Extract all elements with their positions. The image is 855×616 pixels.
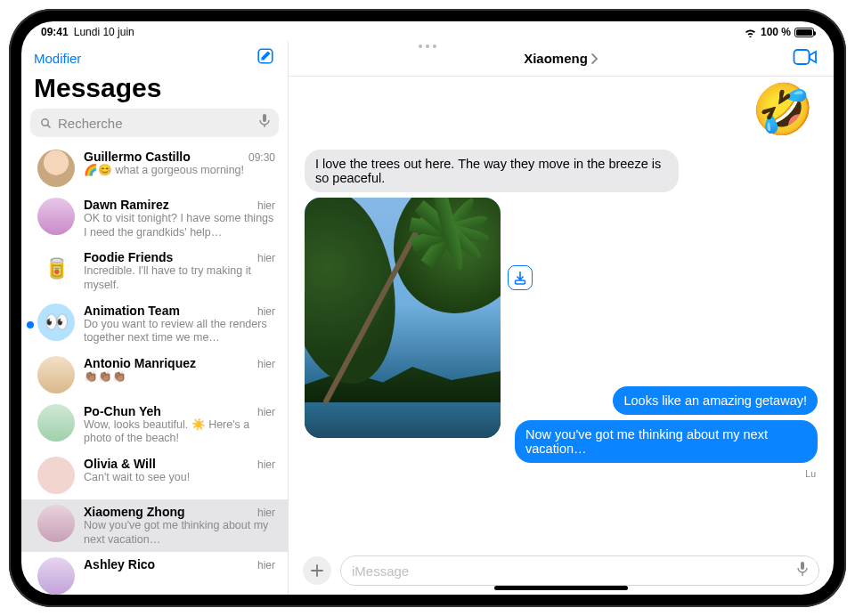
- conversation-time: hier: [257, 406, 275, 418]
- conversation-preview: Wow, looks beautiful. ☀️ Here's a photo …: [84, 418, 275, 446]
- unread-indicator: [27, 321, 34, 328]
- conversation-item[interactable]: Antonio Manriquez hier 👏🏽👏🏽👏🏽: [21, 351, 288, 399]
- sent-message[interactable]: Looks like an amazing getaway!: [613, 386, 818, 415]
- conversation-title-button[interactable]: Xiaomeng: [524, 51, 598, 66]
- conversation-title: Xiaomeng: [524, 51, 588, 66]
- dictation-icon[interactable]: [259, 114, 270, 132]
- sent-message[interactable]: Now you've got me thinking about my next…: [515, 420, 818, 463]
- conversation-name: Guillermo Castillo: [84, 150, 191, 164]
- conversation-item[interactable]: Guillermo Castillo 09:30 🌈😊 what a gorge…: [21, 144, 288, 192]
- avatar: [37, 505, 75, 542]
- conversation-time: hier: [257, 252, 275, 264]
- conversation-item[interactable]: Ashley Rico hier: [21, 552, 288, 595]
- svg-rect-6: [516, 280, 525, 284]
- avatar: [37, 557, 75, 595]
- edit-button[interactable]: Modifier: [34, 51, 81, 66]
- battery-icon: [794, 28, 814, 37]
- status-date: Lundi 10 juin: [74, 26, 134, 38]
- conversation-item[interactable]: 🥫 Foodie Friends hier Incredible. I'll h…: [21, 245, 288, 297]
- conversation-name: Ashley Rico: [84, 557, 155, 571]
- dictation-icon[interactable]: [797, 561, 808, 580]
- download-icon: [514, 271, 526, 285]
- svg-rect-3: [263, 114, 266, 122]
- plus-icon: [310, 563, 324, 578]
- conversation-time: 09:30: [248, 151, 275, 164]
- conversation-name: Po-Chun Yeh: [84, 404, 161, 418]
- input-placeholder: iMessage: [352, 563, 409, 579]
- conversation-name: Antonio Manriquez: [84, 356, 196, 370]
- conversation-item-selected[interactable]: Xiaomeng Zhong hier Now you've got me th…: [21, 499, 288, 552]
- conversation-time: hier: [257, 507, 275, 519]
- tapback-emoji[interactable]: 🤣: [752, 80, 814, 139]
- messages-area[interactable]: 🤣 I love the trees out here. The way the…: [289, 77, 834, 550]
- status-time: 09:41: [41, 26, 69, 38]
- read-receipt: Lu: [805, 468, 818, 479]
- svg-point-1: [42, 118, 49, 126]
- conversation-time: hier: [257, 458, 275, 471]
- avatar: [37, 198, 75, 235]
- conversation-item[interactable]: Po-Chun Yeh hier Wow, looks beautiful. ☀…: [21, 399, 288, 451]
- conversation-name: Animation Team: [84, 304, 180, 318]
- conversation-name: Dawn Ramirez: [84, 198, 169, 212]
- conversation-name: Olivia & Will: [84, 457, 156, 471]
- conversation-sidebar: Modifier Messages Recherche: [21, 41, 289, 595]
- conversation-item[interactable]: Dawn Ramirez hier OK to visit tonight? I…: [21, 192, 288, 245]
- conversation-preview: 👏🏽👏🏽👏🏽: [84, 370, 275, 385]
- apps-button[interactable]: [303, 556, 331, 585]
- avatar: 🥫: [37, 250, 75, 288]
- avatar: [37, 404, 75, 442]
- svg-line-2: [47, 125, 50, 127]
- conversation-time: hier: [257, 358, 275, 370]
- image-attachment[interactable]: [305, 198, 501, 438]
- wifi-icon: [744, 28, 757, 37]
- avatar: [37, 150, 75, 187]
- sidebar-title: Messages: [21, 73, 288, 109]
- conversation-time: hier: [257, 305, 275, 318]
- chevron-right-icon: [590, 53, 598, 64]
- conversation-pane: Xiaomeng 🤣 I love the trees out here. Th…: [289, 41, 834, 595]
- avatar: [37, 457, 75, 494]
- svg-rect-7: [801, 562, 804, 570]
- conversation-preview: 🌈😊 what a gorgeous morning!: [84, 164, 275, 178]
- conversation-preview: OK to visit tonight? I have some things …: [84, 212, 275, 239]
- conversation-time: hier: [257, 199, 275, 212]
- home-indicator[interactable]: [494, 586, 628, 590]
- search-icon: [39, 117, 53, 130]
- search-field[interactable]: Recherche: [30, 109, 279, 137]
- avatar: [37, 356, 75, 393]
- device-frame: 09:41 Lundi 10 juin 100 % Modifier: [9, 9, 846, 607]
- battery-percent: 100 %: [761, 26, 791, 38]
- conversation-preview: Do you want to review all the renders to…: [84, 318, 275, 345]
- conversation-header: Xiaomeng: [289, 41, 834, 77]
- conversation-preview: Can't wait to see you!: [84, 471, 275, 485]
- conversation-name: Xiaomeng Zhong: [84, 505, 185, 519]
- save-image-button[interactable]: [508, 265, 533, 290]
- conversation-name: Foodie Friends: [84, 250, 173, 264]
- conversation-item[interactable]: Olivia & Will hier Can't wait to see you…: [21, 451, 288, 499]
- facetime-button[interactable]: [793, 48, 818, 69]
- compose-button[interactable]: [256, 46, 275, 69]
- message-input[interactable]: iMessage: [340, 555, 819, 586]
- avatar: 👀: [37, 304, 75, 341]
- received-message[interactable]: I love the trees out here. The way they …: [305, 150, 679, 192]
- conversation-time: hier: [257, 559, 275, 571]
- screen: 09:41 Lundi 10 juin 100 % Modifier: [21, 21, 834, 595]
- conversation-list[interactable]: Guillermo Castillo 09:30 🌈😊 what a gorge…: [21, 144, 288, 595]
- conversation-preview: Now you've got me thinking about my next…: [84, 519, 275, 547]
- search-placeholder: Recherche: [58, 116, 254, 131]
- status-bar: 09:41 Lundi 10 juin 100 %: [21, 21, 834, 41]
- conversation-preview: Incredible. I'll have to try making it m…: [84, 264, 275, 292]
- svg-rect-5: [794, 50, 810, 64]
- conversation-item[interactable]: 👀 Animation Team hier Do you want to rev…: [21, 298, 288, 351]
